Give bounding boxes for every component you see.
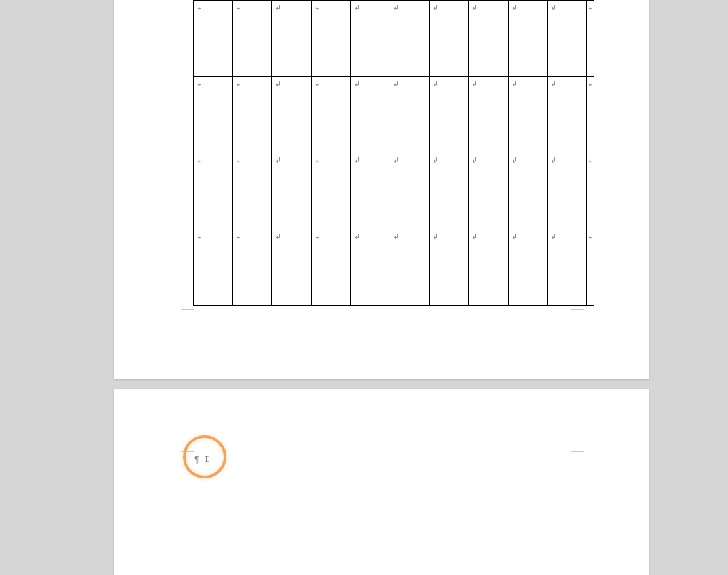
editor-viewport: ↲ ↲ ↲ ↲ ↲ ↲ ↲ ↲ ↲ ↲ ↲ ↲ ↲ ↲ ↲ ↲ ↲ ↲ ↲ <box>0 0 728 575</box>
table-row[interactable]: ↲ ↲ ↲ ↲ ↲ ↲ ↲ ↲ ↲ ↲ ↲ <box>194 153 595 229</box>
margin-corner-icon <box>571 309 584 319</box>
table-cell[interactable]: ↲ <box>350 77 390 153</box>
paragraph-mark-icon: ↲ <box>511 80 517 88</box>
table-cell[interactable]: ↲ <box>586 229 594 306</box>
table-cell[interactable]: ↲ <box>390 229 429 306</box>
margin-corner-icon <box>571 443 584 452</box>
paragraph-mark-icon: ↲ <box>275 157 281 164</box>
table-cell[interactable]: ↲ <box>350 229 390 306</box>
paragraph-mark-icon: ↲ <box>315 233 321 240</box>
paragraph-mark-icon: ↲ <box>550 80 556 88</box>
paragraph-mark-icon: ↲ <box>432 80 438 88</box>
table-cell[interactable]: ↲ <box>508 1 547 77</box>
paragraph-mark-icon: ↲ <box>432 157 438 164</box>
table-cell[interactable]: ↲ <box>233 153 272 229</box>
paragraph-mark-icon: ↲ <box>315 157 321 164</box>
paragraph-mark-icon: ↲ <box>236 80 242 88</box>
table-cell[interactable]: ↲ <box>194 229 233 306</box>
paragraph-mark-icon: ↲ <box>275 4 281 11</box>
table-cell[interactable]: ↲ <box>272 1 311 77</box>
table-cell[interactable]: ↲ <box>350 153 390 229</box>
table-cell[interactable]: ↲ <box>390 77 429 153</box>
table-cell[interactable]: ↲ <box>430 153 469 229</box>
paragraph-mark-icon: ↲ <box>550 233 556 240</box>
paragraph-mark-icon: ↲ <box>236 4 242 11</box>
paragraph-mark-icon: ↲ <box>197 233 203 240</box>
paragraph-mark-icon: ↲ <box>432 4 438 11</box>
table-cell[interactable]: ↲ <box>194 1 233 77</box>
table-cell[interactable]: ↲ <box>233 1 272 77</box>
margin-corner-icon <box>181 443 194 452</box>
margin-corner-icon <box>181 309 194 319</box>
paragraph-mark-icon: ↲ <box>236 233 242 240</box>
paragraph-mark-icon: ↲ <box>588 157 594 164</box>
table-cell[interactable]: ↲ <box>272 153 311 229</box>
paragraph-mark-icon: ↲ <box>588 80 594 88</box>
paragraph-mark-icon: ↲ <box>393 233 399 240</box>
table-cell[interactable]: ↲ <box>586 77 594 153</box>
paragraph-mark-icon: ↲ <box>354 4 360 11</box>
table-cell[interactable]: ↲ <box>311 229 350 306</box>
table-row[interactable]: ↲ ↲ ↲ ↲ ↲ ↲ ↲ ↲ ↲ ↲ ↲ <box>194 77 595 153</box>
table-cell[interactable]: ↲ <box>430 77 469 153</box>
paragraph-mark-icon: ↲ <box>275 233 281 240</box>
document-table[interactable]: ↲ ↲ ↲ ↲ ↲ ↲ ↲ ↲ ↲ ↲ ↲ ↲ ↲ ↲ ↲ ↲ ↲ ↲ ↲ <box>193 0 594 306</box>
table-cell[interactable]: ↲ <box>311 153 350 229</box>
paragraph-mark-icon: ↲ <box>197 80 203 88</box>
table-cell[interactable]: ↲ <box>469 1 508 77</box>
table-cell[interactable]: ↲ <box>390 153 429 229</box>
paragraph-mark-icon: ↲ <box>393 80 399 88</box>
table-cell[interactable]: ↲ <box>508 229 547 306</box>
table-cell[interactable]: ↲ <box>547 77 586 153</box>
table-row[interactable]: ↲ ↲ ↲ ↲ ↲ ↲ ↲ ↲ ↲ ↲ ↲ <box>194 229 595 306</box>
paragraph-mark-icon: ↲ <box>393 157 399 164</box>
paragraph-mark-icon: ↲ <box>511 4 517 11</box>
paragraph-mark-icon: ↲ <box>550 157 556 164</box>
table-cell[interactable]: ↲ <box>547 1 586 77</box>
table-cell[interactable]: ↲ <box>430 229 469 306</box>
paragraph-mark-icon: ↲ <box>354 157 360 164</box>
table-cell[interactable]: ↲ <box>311 1 350 77</box>
table-cell[interactable]: ↲ <box>350 1 390 77</box>
table-cell[interactable]: ↲ <box>194 153 233 229</box>
paragraph-mark-icon: ↲ <box>471 80 477 88</box>
table-cell[interactable]: ↲ <box>233 229 272 306</box>
paragraph-mark-icon: ↲ <box>588 4 594 11</box>
paragraph-mark-icon: ↲ <box>511 157 517 164</box>
paragraph-mark-icon: ↲ <box>511 233 517 240</box>
table-cell[interactable]: ↲ <box>469 153 508 229</box>
table-cell[interactable]: ↲ <box>586 153 594 229</box>
table-cell[interactable]: ↲ <box>272 229 311 306</box>
paragraph-mark-icon: ↲ <box>393 4 399 11</box>
table-cell[interactable]: ↲ <box>430 1 469 77</box>
table-cell[interactable]: ↲ <box>311 77 350 153</box>
paragraph-mark-icon: ↲ <box>236 157 242 164</box>
paragraph-mark-icon: ↲ <box>432 233 438 240</box>
table-cell[interactable]: ↲ <box>390 1 429 77</box>
pilcrow-icon: ¶ <box>194 455 199 464</box>
table-cell[interactable]: ↲ <box>547 229 586 306</box>
table-cell[interactable]: ↲ <box>469 229 508 306</box>
paragraph-mark-icon: ↲ <box>354 80 360 88</box>
paragraph-mark-icon: ↲ <box>471 157 477 164</box>
table-cell[interactable]: ↲ <box>233 77 272 153</box>
table-cell[interactable]: ↲ <box>586 1 594 77</box>
paragraph-mark-icon: ↲ <box>354 233 360 240</box>
paragraph-mark-icon: ↲ <box>315 80 321 88</box>
table-cell[interactable]: ↲ <box>508 77 547 153</box>
table-row[interactable]: ↲ ↲ ↲ ↲ ↲ ↲ ↲ ↲ ↲ ↲ ↲ <box>194 1 595 77</box>
table-cell[interactable]: ↲ <box>469 77 508 153</box>
paragraph-mark-icon: ↲ <box>275 80 281 88</box>
document-page-2[interactable] <box>114 389 649 575</box>
paragraph-mark-icon: ↲ <box>471 233 477 240</box>
table-cell[interactable]: ↲ <box>508 153 547 229</box>
table-cell[interactable]: ↲ <box>272 77 311 153</box>
paragraph-mark-icon: ↲ <box>588 233 594 240</box>
table-cell[interactable]: ↲ <box>547 153 586 229</box>
paragraph-mark-icon: ↲ <box>197 157 203 164</box>
paragraph-mark-icon: ↲ <box>315 4 321 11</box>
paragraph-mark-icon: ↲ <box>550 4 556 11</box>
paragraph-mark-icon: ↲ <box>471 4 477 11</box>
paragraph-mark-icon: ↲ <box>197 4 203 11</box>
table-cell[interactable]: ↲ <box>194 77 233 153</box>
